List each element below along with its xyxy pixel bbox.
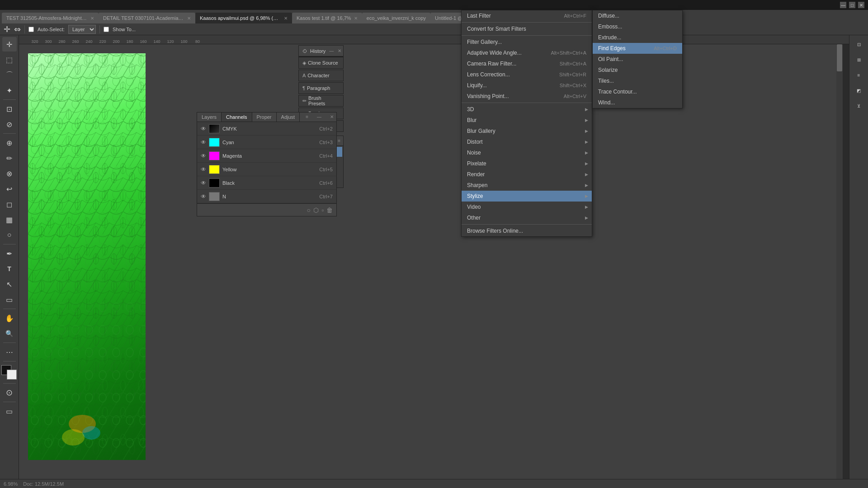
move-tool-icon-2[interactable]: ⇔ [14, 24, 21, 34]
channel-row-cyan[interactable]: 👁 Cyan Ctrl+3 [197, 136, 336, 149]
lasso-tool-button[interactable]: ⌒ [2, 68, 17, 82]
tab-4-close[interactable]: ✕ [354, 16, 358, 21]
quick-mask-button[interactable]: ⊙ [2, 385, 17, 400]
layer-dropdown[interactable]: Layer Group [68, 25, 96, 34]
extra-tools-button[interactable]: ⋯ [2, 345, 17, 359]
canvas-vscroll-thumb[interactable] [837, 44, 842, 71]
right-tool-1[interactable]: ⊡ [852, 37, 866, 52]
tab-layers[interactable]: Layers [197, 113, 222, 122]
menu-item-vanishing-point[interactable]: Vanishing Point... Alt+Ctrl+V [462, 91, 592, 102]
eyedropper-tool-button[interactable]: ⊘ [2, 117, 17, 131]
tab-1-close[interactable]: ✕ [90, 16, 94, 21]
history-panel-header[interactable]: ⏲ History — ✕ [299, 46, 343, 56]
tab-2-close[interactable]: ✕ [187, 16, 191, 21]
stylize-diffuse[interactable]: Diffuse... [593, 10, 682, 21]
tab-adjust[interactable]: Adjust [277, 113, 300, 122]
channel-row-magenta[interactable]: 👁 Magenta Ctrl+4 [197, 149, 336, 163]
tab-properties[interactable]: Proper [252, 113, 277, 122]
right-tool-3[interactable]: ≡ [852, 68, 866, 82]
menu-item-liquify[interactable]: Liquify... Shift+Ctrl+X [462, 80, 592, 91]
menu-item-camera-raw[interactable]: Camera Raw Filter... Shift+Ctrl+A [462, 58, 592, 69]
clone-source-icon[interactable]: ◈ [302, 60, 306, 66]
eraser-tool-button[interactable]: ◻ [2, 197, 17, 211]
black-visibility-icon[interactable]: 👁 [201, 180, 206, 186]
tab-5[interactable]: eco_veika_inverzni_k copy [362, 13, 430, 23]
menu-item-lens-correction[interactable]: Lens Correction... Shift+Ctrl+R [462, 69, 592, 80]
channel-load-btn[interactable]: ○ [307, 206, 311, 214]
document-canvas[interactable] [28, 53, 146, 460]
menu-item-3d[interactable]: 3D [462, 104, 592, 115]
channels-close-btn[interactable]: ✕ [327, 113, 336, 122]
move-tool-icon[interactable]: ✛ [4, 24, 10, 34]
channel-row-cmyk[interactable]: 👁 CMYK Ctrl+2 [197, 122, 336, 136]
tab-3[interactable]: Kaasos apvailmui.psd @ 6,98% (N/B) ✕ [195, 13, 292, 23]
cyan-visibility-icon[interactable]: 👁 [201, 139, 206, 145]
move-tool-button[interactable]: ✛ [2, 37, 17, 52]
background-color[interactable] [7, 370, 17, 380]
menu-item-sharpen[interactable]: Sharpen [462, 180, 592, 191]
menu-item-video[interactable]: Video [462, 202, 592, 212]
canvas-vscrollbar[interactable] [836, 44, 843, 479]
menu-item-last-filter[interactable]: Last Filter Alt+Ctrl+F [462, 10, 592, 21]
shape-tool-button[interactable]: ▭ [2, 292, 17, 307]
channel-row-yellow[interactable]: 👁 Yellow Ctrl+5 [197, 163, 336, 176]
channel-row-n[interactable]: 👁 N Ctrl+7 [197, 190, 336, 203]
layers-collapse-icon[interactable]: ≡ [338, 138, 340, 143]
maximize-button[interactable]: □ [849, 2, 855, 8]
stylize-wind[interactable]: Wind... [593, 97, 682, 108]
show-transform-checkbox[interactable] [104, 27, 109, 32]
brush-presets-icon[interactable]: ✏ [302, 98, 307, 104]
auto-select-checkbox[interactable] [28, 27, 34, 32]
healing-tool-button[interactable]: ⊕ [2, 136, 17, 150]
channel-delete-btn[interactable]: 🗑 [326, 206, 333, 214]
crop-tool-button[interactable]: ⊡ [2, 102, 17, 116]
history-close-btn[interactable]: ✕ [336, 48, 343, 54]
tab-4[interactable]: Kasos test 1.tif @ 16,7% ✕ [292, 13, 362, 23]
brush-tool-button[interactable]: ✏ [2, 151, 17, 165]
history-brush-button[interactable]: ↩ [2, 182, 17, 196]
stylize-tiles[interactable]: Tiles... [593, 75, 682, 86]
yellow-visibility-icon[interactable]: 👁 [201, 166, 206, 173]
stylize-extrude[interactable]: Extrude... [593, 32, 682, 43]
stylize-solarize[interactable]: Solarize [593, 65, 682, 75]
select-rect-tool-button[interactable]: ⬚ [2, 52, 17, 67]
right-tool-5[interactable]: ⊻ [852, 99, 866, 113]
stylize-oil-paint[interactable]: Oil Paint... [593, 54, 682, 65]
menu-item-adaptive-wide[interactable]: Adaptive Wide Angle... Alt+Shift+Ctrl+A [462, 47, 592, 58]
menu-item-other[interactable]: Other [462, 212, 592, 223]
clone-tool-button[interactable]: ⊗ [2, 166, 17, 181]
dodge-tool-button[interactable]: ○ [2, 228, 17, 242]
channel-row-black[interactable]: 👁 Black Ctrl+6 [197, 176, 336, 190]
menu-item-render[interactable]: Render [462, 169, 592, 180]
n-visibility-icon[interactable]: 👁 [201, 193, 206, 200]
channel-save-btn[interactable]: ⬡ [313, 206, 319, 214]
tab-1[interactable]: TEST 312505-Atmosfera-MidnightCopper-Zof… [2, 13, 99, 23]
path-select-button[interactable]: ↖ [2, 277, 17, 291]
gradient-tool-button[interactable]: ▦ [2, 212, 17, 227]
menu-item-pixelate[interactable]: Pixelate [462, 158, 592, 169]
menu-item-convert-smart[interactable]: Convert for Smart Filters [462, 23, 592, 34]
magenta-visibility-icon[interactable]: 👁 [201, 153, 206, 159]
menu-item-browse-online[interactable]: Browse Filters Online... [462, 225, 592, 236]
zoom-tool-button[interactable]: 🔍 [2, 326, 17, 341]
screen-mode-button[interactable]: ▭ [2, 404, 17, 418]
menu-item-blur[interactable]: Blur [462, 115, 592, 126]
channel-new-btn[interactable]: ▫ [321, 206, 324, 214]
menu-item-filter-gallery[interactable]: Filter Gallery... [462, 37, 592, 47]
menu-item-stylize[interactable]: Stylize [462, 191, 592, 202]
close-button[interactable]: ✕ [858, 2, 864, 8]
menu-item-distort[interactable]: Distort [462, 136, 592, 147]
quick-select-tool-button[interactable]: ✦ [2, 83, 17, 98]
text-tool-button[interactable]: T [2, 262, 17, 276]
character-icon[interactable]: A [302, 73, 306, 78]
channels-menu-btn[interactable]: ≡ [303, 113, 311, 122]
right-tool-2[interactable]: ⊞ [852, 52, 866, 67]
tab-3-close[interactable]: ✕ [284, 16, 288, 21]
paragraph-icon[interactable]: ¶ [302, 85, 305, 91]
tab-channels[interactable]: Channels [222, 113, 252, 122]
channels-collapse-btn[interactable]: — [314, 113, 324, 122]
tab-2[interactable]: DETAIL TEST 0307101-Academia-Taupe-Colet… [99, 13, 195, 23]
history-collapse-btn[interactable]: — [328, 48, 335, 54]
right-tool-4[interactable]: ◩ [852, 83, 866, 98]
stylize-find-edges[interactable]: Find Edges Alt+Ctrl+D [593, 43, 682, 54]
